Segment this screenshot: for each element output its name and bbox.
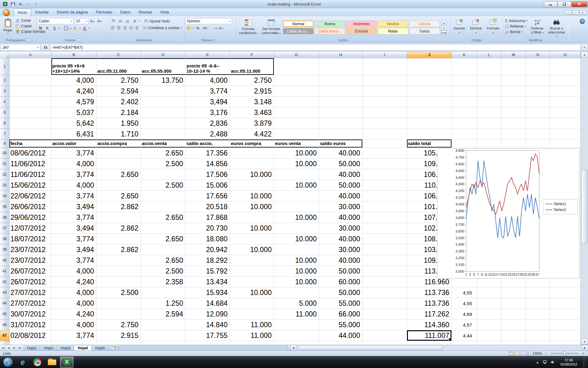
ribbon-tab-inicio[interactable]: Inicio — [13, 9, 31, 16]
cell-H30[interactable]: 40.000 — [319, 148, 363, 159]
minimize-button[interactable] — [544, 1, 557, 7]
cell-K47[interactable]: 4,44 — [452, 330, 477, 341]
fill-color-button[interactable] — [72, 25, 78, 31]
cell-I46[interactable] — [363, 320, 407, 330]
cell-J7[interactable] — [407, 129, 452, 140]
cell-M48[interactable] — [501, 341, 526, 345]
sheet-tab-hoja5[interactable]: Hoja5 — [92, 345, 108, 351]
cell-F42[interactable] — [230, 277, 274, 287]
cell-C34[interactable]: 2.650 — [96, 191, 141, 201]
cell-B41[interactable]: 4,000 — [51, 266, 96, 277]
cell-I33[interactable] — [363, 180, 407, 191]
cell-G34[interactable] — [274, 191, 319, 201]
row-header-34[interactable]: 34 — [0, 191, 9, 201]
cell-E42[interactable]: 13.434 — [186, 277, 230, 287]
cell-E44[interactable]: 14.684 — [186, 298, 230, 309]
prev-sheet-button[interactable]: ◀ — [6, 345, 12, 351]
cell-F39[interactable]: 10.000 — [230, 244, 274, 255]
normal-view-button[interactable] — [509, 351, 515, 356]
taskbar-excel[interactable]: X — [60, 357, 74, 368]
cell-O8[interactable] — [550, 140, 581, 148]
column-header-L[interactable]: L — [477, 52, 501, 58]
font-color-dropdown-icon[interactable]: ▾ — [89, 27, 90, 30]
taskbar-explorer[interactable] — [45, 357, 59, 368]
cell-A8[interactable]: fecha — [9, 140, 51, 148]
row-header-5[interactable]: 5 — [0, 107, 9, 118]
cell-G43[interactable] — [274, 287, 319, 298]
cell-L45[interactable] — [477, 309, 501, 320]
cell-G5[interactable] — [274, 107, 319, 118]
column-header-K[interactable]: K — [452, 52, 477, 58]
cell-G42[interactable]: 10.000 — [274, 277, 319, 287]
row-header-8[interactable]: 8 — [0, 140, 9, 148]
zoom-level[interactable]: 100% — [533, 351, 542, 356]
cell-H41[interactable]: 50.000 — [319, 266, 363, 277]
cell-K1[interactable] — [452, 58, 477, 75]
row-header-36[interactable]: 36 — [0, 212, 9, 223]
cell-D32[interactable] — [141, 169, 186, 180]
format-cells-button[interactable]: Formato ▾ — [485, 17, 501, 38]
sheet-tab-hoja4[interactable]: Hoja4 — [74, 345, 92, 351]
formula-bar-expand-button[interactable]: ▾ — [581, 44, 587, 51]
volume-icon[interactable] — [550, 360, 555, 364]
cell-F7[interactable]: 4.422 — [230, 129, 274, 140]
cell-I32[interactable] — [363, 169, 407, 180]
cell-F3[interactable]: 2.915 — [230, 86, 274, 97]
align-right-button[interactable] — [122, 25, 127, 31]
accounting-dropdown-icon[interactable]: ▾ — [193, 27, 194, 29]
cell-J5[interactable] — [407, 107, 452, 118]
cell-style-buena[interactable]: Buena — [315, 21, 345, 27]
cell-C45[interactable] — [96, 309, 141, 320]
cell-D2[interactable]: 13.750 — [141, 75, 186, 86]
cell-F4[interactable]: 3.148 — [230, 97, 274, 107]
cell-G40[interactable]: 10.000 — [274, 255, 319, 266]
last-sheet-button[interactable]: ▶| — [17, 345, 23, 351]
cell-D42[interactable]: 2.358 — [141, 277, 186, 287]
cell-I30[interactable] — [363, 148, 407, 159]
row-header-44[interactable]: 44 — [0, 298, 9, 309]
row-header-47[interactable]: 47 — [0, 330, 9, 341]
cell-C47[interactable]: 2.915 — [96, 330, 141, 341]
row-header-6[interactable]: 6 — [0, 118, 9, 129]
row-header-31[interactable]: 31 — [0, 159, 9, 169]
cell-I44[interactable] — [363, 298, 407, 309]
cell-B45[interactable]: 4,240 — [51, 309, 96, 320]
office-button[interactable] — [1, 9, 12, 16]
align-middle-button[interactable] — [118, 18, 124, 24]
cell-I2[interactable] — [363, 75, 407, 86]
cell-O46[interactable] — [550, 320, 581, 330]
cell-A46[interactable]: 31/07/2012 — [9, 320, 51, 330]
cell-H43[interactable]: 50.000 — [319, 287, 363, 298]
cell-B30[interactable]: 3,774 — [51, 148, 96, 159]
cell-H34[interactable]: 40.000 — [319, 191, 363, 201]
cell-B37[interactable]: 3,494 — [51, 223, 96, 234]
qat-dropdown-icon[interactable]: ▾ — [33, 1, 39, 7]
ribbon-tab-vista[interactable]: Vista — [156, 9, 173, 16]
cell-C41[interactable] — [96, 266, 141, 277]
increase-decimal-button[interactable]: ←.0 — [211, 25, 217, 31]
cell-H1[interactable] — [319, 58, 363, 75]
cell-G3[interactable] — [274, 86, 319, 97]
cell-G35[interactable] — [274, 201, 319, 212]
vertical-scroll-track[interactable] — [581, 58, 588, 339]
ribbon-tab-revisar[interactable]: Revisar — [135, 9, 156, 16]
cell-D46[interactable] — [141, 320, 186, 330]
shrink-font-button[interactable]: A▼ — [96, 18, 103, 24]
cell-A38[interactable]: 18/07/2012 — [9, 234, 51, 244]
cell-H47[interactable]: 44.000 — [319, 330, 363, 341]
cell-I31[interactable] — [363, 159, 407, 169]
cell-D34[interactable] — [141, 191, 186, 201]
row-header-30[interactable]: 30 — [0, 148, 9, 159]
cell-N7[interactable] — [526, 129, 550, 140]
cell-O48[interactable] — [550, 341, 581, 345]
cell-C48[interactable] — [96, 341, 141, 345]
row-header-40[interactable]: 40 — [0, 255, 9, 266]
clear-button[interactable]: Borrar ▾ — [504, 29, 529, 34]
cell-N5[interactable] — [526, 107, 550, 118]
row-header-42[interactable]: 42 — [0, 277, 9, 287]
cell-C6[interactable]: 1.950 — [96, 118, 141, 129]
cell-I39[interactable] — [363, 244, 407, 255]
cell-N43[interactable] — [526, 287, 550, 298]
zoom-in-button[interactable]: + — [581, 351, 585, 356]
column-header-C[interactable]: C — [96, 52, 141, 58]
